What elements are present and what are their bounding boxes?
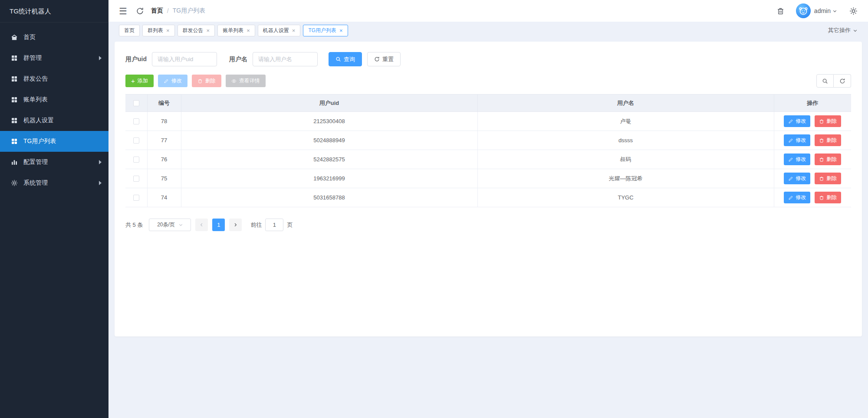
tab-bills[interactable]: 账单列表 × [217,25,255,36]
query-button[interactable]: 查询 [329,52,362,66]
hamburger-icon[interactable]: ☰ [119,7,127,16]
tab-tg-users[interactable]: TG用户列表 × [303,25,348,36]
row-edit-button[interactable]: 修改 [784,115,810,127]
grid-icon [10,55,18,62]
table-search-icon[interactable] [816,74,834,88]
delete-button-disabled[interactable]: 删除 [192,75,221,87]
row-checkbox[interactable] [133,157,139,163]
add-button[interactable]: + 添加 [125,75,154,87]
row-delete-button[interactable]: 删除 [815,192,841,203]
row-edit-button[interactable]: 修改 [784,153,810,165]
table-refresh-icon[interactable] [834,74,851,88]
content-area: 用户uid 用户名 查询 重置 [108,39,868,418]
cell-uid: 2125300408 [181,112,477,131]
row-checkbox[interactable] [133,118,139,124]
trash-icon [819,119,824,124]
goto-page: 前往 页 [250,219,293,231]
grid-icon [10,75,18,83]
sidebar-item-system-manage[interactable]: 系统管理 [0,173,108,193]
cell-id: 78 [147,112,181,131]
row-delete-button[interactable]: 删除 [815,134,841,146]
tab-broadcast[interactable]: 群发公告 × [178,25,215,36]
app-title: TG统计机器人 [0,0,108,23]
sidebar-item-broadcast[interactable]: 群发公告 [0,69,108,89]
close-icon[interactable]: × [292,28,296,33]
total-count: 共 5 条 [125,221,143,229]
trash-icon [819,138,824,143]
sidebar-item-bot-settings[interactable]: 机器人设置 [0,110,108,131]
user-menu[interactable]: admin [814,7,837,14]
row-delete-button[interactable]: 删除 [815,153,841,165]
tab-home[interactable]: 首页 [119,25,140,36]
header-uid: 用户uid [181,95,477,112]
top-header: ☰ 首页 / TG用户列表 admin [108,0,868,22]
cell-id: 76 [147,150,181,169]
prev-page-button[interactable] [195,219,208,231]
sidebar-item-group-manage[interactable]: 群管理 [0,48,108,69]
header-ops: 操作 [774,95,851,112]
select-all-checkbox[interactable] [133,100,139,106]
page-number-1[interactable]: 1 [212,219,225,231]
row-checkbox[interactable] [133,195,139,201]
uid-input[interactable] [152,52,217,66]
row-delete-button[interactable]: 删除 [815,115,841,127]
view-detail-button-disabled[interactable]: 查看详情 [226,75,266,87]
pencil-icon [164,78,169,84]
cell-uid: 5031658788 [181,188,477,207]
close-icon[interactable]: × [207,28,210,33]
expand-arrow-icon [99,181,102,185]
row-edit-button[interactable]: 修改 [784,173,810,184]
cell-uid: 1963216999 [181,169,477,188]
row-checkbox[interactable] [133,137,139,144]
close-icon[interactable]: × [339,28,343,33]
page-size-select[interactable]: 20条/页 [149,219,191,231]
edit-button-disabled[interactable]: 修改 [158,75,187,87]
cell-name: dssss [477,131,774,150]
reset-button[interactable]: 重置 [367,52,401,66]
refresh-icon[interactable] [136,7,144,15]
trash-icon [197,78,203,84]
next-page-button[interactable] [229,219,242,231]
close-icon[interactable]: × [247,28,250,33]
chevron-down-icon [853,28,858,33]
breadcrumb: 首页 / TG用户列表 [151,7,205,15]
trash-icon [819,176,824,181]
cell-id: 75 [147,169,181,188]
chevron-down-icon [178,222,183,227]
uid-label: 用户uid [125,56,147,63]
sidebar-item-config-manage[interactable]: 配置管理 [0,152,108,173]
pencil-icon [788,176,793,181]
cell-uid: 5242882575 [181,150,477,169]
user-avatar[interactable] [796,3,811,18]
content-card: 用户uid 用户名 查询 重置 [115,42,862,336]
row-edit-button[interactable]: 修改 [784,192,810,203]
trash-icon [819,157,824,162]
row-checkbox[interactable] [133,176,139,182]
cell-id: 77 [147,131,181,150]
pencil-icon [788,138,793,143]
cell-name: 叔码 [477,150,774,169]
gear-icon [10,180,18,187]
breadcrumb-separator: / [167,7,169,14]
pencil-icon [788,119,793,124]
row-edit-button[interactable]: 修改 [784,134,810,146]
breadcrumb-home[interactable]: 首页 [151,7,163,15]
tab-bot-settings[interactable]: 机器人设置 × [258,25,301,36]
sidebar-item-bills[interactable]: 账单列表 [0,89,108,110]
more-actions-dropdown[interactable]: 其它操作 [828,26,858,34]
settings-gear-icon[interactable] [849,7,858,15]
cell-id: 74 [147,188,181,207]
sidebar-item-tg-users[interactable]: TG用户列表 [0,131,108,152]
trash-icon[interactable] [776,7,785,15]
goto-page-input[interactable] [265,219,283,231]
row-delete-button[interactable]: 删除 [815,173,841,184]
close-icon[interactable]: × [166,28,170,33]
search-icon [335,56,341,62]
breadcrumb-current: TG用户列表 [173,7,205,15]
topbar-right: admin [776,3,858,18]
tab-group-list[interactable]: 群列表 × [142,25,175,36]
sidebar-item-home[interactable]: 首页 [0,27,108,48]
sidebar: TG统计机器人 首页 群管理 群发公告 [0,0,108,418]
username-input[interactable] [253,52,318,66]
goto-label: 前往 [250,221,262,229]
